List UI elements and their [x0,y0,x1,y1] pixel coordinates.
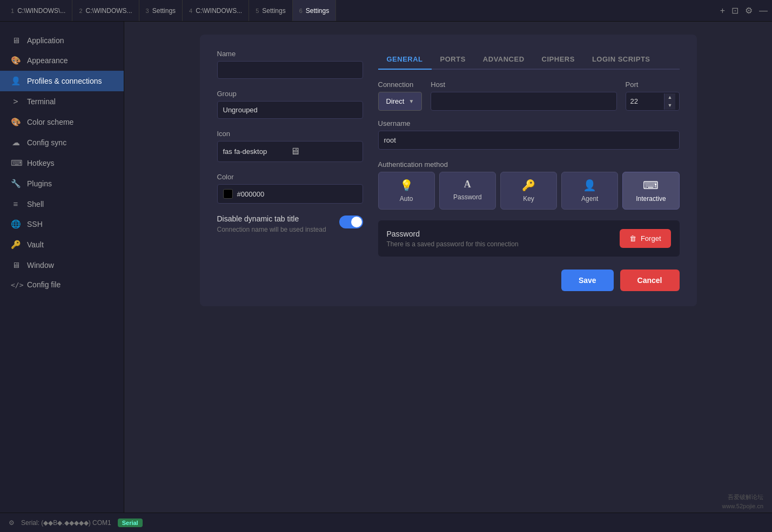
icon-value: fas fa-desktop [223,147,290,156]
icon-picker[interactable]: fas fa-desktop 🖥 [217,141,363,162]
tab-1[interactable]: 1 C:\WINDOWS\... [4,0,72,21]
connection-type-value: Direct [386,97,405,105]
disable-tab-toggle[interactable] [339,216,363,228]
minimize-button[interactable]: — [759,6,768,16]
watermark: 吾爱破解论坛 www.52pojie.cn [722,493,763,510]
sidebar-item-hotkeys[interactable]: ⌨ Hotkeys [0,153,124,173]
sidebar-item-vault[interactable]: 🔑 Vault [0,234,124,255]
auth-password-label: Password [453,193,482,201]
serial-icon: ⚙ [9,519,15,527]
auth-password-button[interactable]: A Password [439,172,496,210]
layout-button[interactable]: ⊡ [731,5,739,16]
port-down-button[interactable]: ▼ [664,102,676,110]
username-group: Username [378,119,680,150]
color-picker[interactable]: #000000 [217,184,363,204]
hotkeys-icon: ⌨ [11,158,21,168]
port-input-wrap: ▲ ▼ [626,92,680,111]
port-input[interactable] [626,92,664,110]
dialog-panel: Name Group Icon fas fa-desktop 🖥 [200,35,697,306]
sidebar-item-window[interactable]: 🖥 Window [0,255,124,275]
trash-icon: 🗑 [629,234,636,243]
sidebar-label-config-sync: Config sync [27,138,66,147]
auth-interactive-button[interactable]: ⌨ Interactive [622,172,679,210]
tab-ports[interactable]: PORTS [432,50,474,70]
auto-icon: 💡 [400,179,413,192]
agent-icon: 👤 [583,179,596,192]
color-group: Color #000000 [217,173,363,204]
icon-label: Icon [217,130,363,138]
sidebar-label-plugins: Plugins [27,179,52,188]
sidebar-item-profiles[interactable]: 👤 Profiles & connections [0,71,124,91]
sidebar-label-application: Application [27,36,64,45]
port-up-button[interactable]: ▲ [664,93,676,102]
sidebar-item-plugins[interactable]: 🔧 Plugins [0,173,124,194]
auth-auto-button[interactable]: 💡 Auto [378,172,435,210]
window-icon: 🖥 [11,260,21,270]
form-left-col: Name Group Icon fas fa-desktop 🖥 [217,50,363,234]
appearance-icon: 🎨 [11,56,21,65]
tab-advanced[interactable]: ADVANCED [474,50,533,70]
toggle-title: Disable dynamic tab title [217,214,331,223]
watermark-line1: 吾爱破解论坛 [722,493,763,502]
sidebar-item-color-scheme[interactable]: 🎨 Color scheme [0,112,124,132]
group-input[interactable] [217,101,363,119]
auth-key-button[interactable]: 🔑 Key [500,172,557,210]
sidebar-item-terminal[interactable]: > Terminal [0,91,124,112]
tab-bar: 1 C:\WINDOWS\... 2 C:\WINDOWS... 3 Setti… [0,0,772,22]
sidebar-label-window: Window [27,261,54,270]
form-right-col: GENERAL PORTS ADVANCED CIPHERS LOGIN SCR [378,50,680,257]
tab-login-scripts[interactable]: LOGIN SCRIPTS [583,50,659,70]
color-swatch [223,189,233,199]
toggle-sub: Connection name will be used instead [217,225,331,234]
color-scheme-icon: 🎨 [11,117,21,127]
config-file-icon: </> [11,281,21,289]
sidebar-item-shell[interactable]: ≡ Shell [0,194,124,214]
auth-key-label: Key [523,195,534,203]
auth-auto-label: Auto [400,195,413,203]
save-button[interactable]: Save [561,270,614,291]
connection-type-button[interactable]: Direct ▼ [378,92,422,111]
new-tab-button[interactable]: + [720,6,725,16]
sidebar-item-config-sync[interactable]: ☁ Config sync [0,132,124,153]
application-icon: 🖥 [11,36,21,45]
serial-badge: Serial [118,518,143,527]
settings-tabs: GENERAL PORTS ADVANCED CIPHERS LOGIN SCR [378,50,680,70]
auth-methods: 💡 Auto A Password 🔑 Key [378,172,680,210]
sidebar-item-config-file[interactable]: </> Config file [0,275,124,294]
cancel-button[interactable]: Cancel [620,270,680,291]
sidebar-label-terminal: Terminal [27,97,56,106]
sidebar-item-appearance[interactable]: 🎨 Appearance [0,50,124,71]
sidebar-item-ssh[interactable]: 🌐 SSH [0,214,124,234]
auth-agent-button[interactable]: 👤 Agent [561,172,618,210]
auth-group: Authentication method 💡 Auto A Password [378,160,680,210]
sidebar-item-application[interactable]: 🖥 Application [0,30,124,50]
tab-ciphers[interactable]: CIPHERS [533,50,583,70]
username-input[interactable] [378,131,680,150]
vault-icon: 🔑 [11,240,21,250]
auth-label: Authentication method [378,160,680,169]
terminal-icon: > [11,97,21,106]
shell-icon: ≡ [11,199,21,208]
tab-6[interactable]: 6 Settings [293,0,336,21]
forget-button[interactable]: 🗑 Forget [620,229,671,248]
connection-field: Connection Direct ▼ [378,80,422,111]
tab-actions: + ⊡ ⚙ — [720,5,768,16]
group-group: Group [217,90,363,119]
host-input[interactable] [431,92,616,111]
action-row: Save Cancel [217,270,680,291]
monitor-icon: 🖥 [290,146,357,157]
tab-general[interactable]: GENERAL [378,50,432,70]
dropdown-arrow-icon: ▼ [408,98,414,104]
tab-2[interactable]: 2 C:\WINDOWS... [72,0,139,21]
name-group: Name [217,50,363,79]
password-title: Password [387,230,611,238]
ssh-icon: 🌐 [11,219,21,229]
password-section: Password There is a saved password for t… [378,220,680,257]
settings-button[interactable]: ⚙ [745,5,753,16]
name-input[interactable] [217,61,363,79]
tab-5[interactable]: 5 Settings [249,0,292,21]
tab-3[interactable]: 3 Settings [139,0,183,21]
tab-4[interactable]: 4 C:\WINDOWS... [183,0,249,21]
key-icon: 🔑 [522,179,535,192]
password-sub: There is a saved password for this conne… [387,240,611,248]
